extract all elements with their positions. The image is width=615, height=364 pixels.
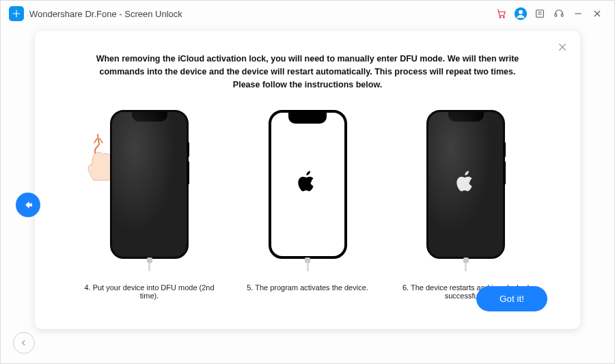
phone-dfu-illustration	[110, 110, 189, 259]
step-4-caption: 4. Put your device into DFU mode (2nd ti…	[76, 283, 223, 300]
svg-rect-4	[536, 10, 544, 18]
cable-plug-icon	[461, 257, 471, 270]
instruction-text: When removing the iCloud activation lock…	[89, 53, 526, 91]
svg-rect-6	[561, 14, 563, 16]
previous-button[interactable]	[16, 193, 40, 217]
svg-point-3	[519, 10, 523, 14]
step-4: 4. Put your device into DFU mode (2nd ti…	[76, 110, 223, 300]
app-title: Wondershare Dr.Fone - Screen Unlock	[29, 9, 182, 19]
app-logo-icon	[9, 6, 24, 21]
cart-button[interactable]	[493, 5, 510, 23]
apple-logo-icon	[297, 170, 318, 196]
step-5: 5. The program activates the device.	[234, 110, 381, 292]
app-window: Wondershare Dr.Fone - Screen Unlock When…	[0, 0, 615, 364]
back-button[interactable]	[13, 332, 35, 354]
apple-logo-icon	[456, 170, 476, 196]
instruction-modal: When removing the iCloud activation lock…	[35, 31, 580, 329]
cable-plug-icon	[303, 257, 312, 270]
support-button[interactable]	[550, 5, 568, 23]
step-5-caption: 5. The program activates the device.	[234, 283, 381, 292]
feedback-button[interactable]	[531, 5, 549, 23]
phone-unlocked-illustration	[426, 110, 505, 259]
account-button[interactable]	[512, 5, 530, 23]
modal-close-button[interactable]	[557, 42, 568, 53]
got-it-button[interactable]: Got it!	[476, 286, 547, 311]
steps-row: 4. Put your device into DFU mode (2nd ti…	[76, 110, 539, 300]
cable-plug-icon	[145, 257, 154, 270]
minimize-button[interactable]	[569, 5, 587, 23]
svg-point-0	[500, 16, 501, 18]
svg-point-1	[503, 16, 504, 18]
titlebar: Wondershare Dr.Fone - Screen Unlock	[1, 1, 614, 27]
window-close-button[interactable]	[588, 5, 606, 23]
step-6: 6. The device restarts and is unlocked s…	[392, 110, 539, 300]
svg-rect-5	[555, 14, 557, 16]
phone-activating-illustration	[269, 110, 347, 259]
